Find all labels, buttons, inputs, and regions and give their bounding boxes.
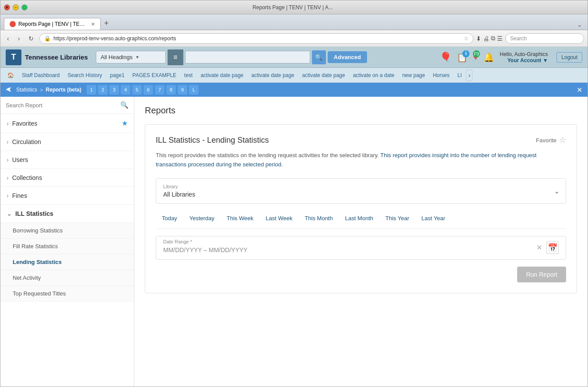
minimize-btn[interactable]: −	[13, 4, 19, 11]
screenshot-icon[interactable]: 🖨	[483, 35, 489, 42]
nav-more-button[interactable]: ›	[466, 70, 472, 81]
search-dropdown[interactable]: All Headings ▼	[96, 51, 166, 63]
tab-overflow[interactable]: ⌄	[575, 19, 584, 30]
extensions-icon[interactable]: ⧉	[491, 35, 495, 42]
sidebar-item-circulation[interactable]: › Circulation	[0, 133, 134, 151]
users-chevron-icon: ›	[7, 156, 9, 163]
account-label[interactable]: Your Account ▼	[508, 57, 548, 63]
sidebar-subitem-fill-rate[interactable]: Fill Rate Statistics	[0, 239, 134, 254]
window-title: Reports Page | TENV | TENV | A...	[252, 4, 333, 11]
date-tab-last-year[interactable]: Last Year	[415, 212, 451, 224]
nav-link-activate-on-a-date[interactable]: activate on a date	[350, 70, 398, 80]
forward-button[interactable]: ›	[15, 33, 23, 44]
date-calendar-icon[interactable]: 📅	[546, 242, 559, 254]
search-report-input[interactable]	[6, 102, 120, 109]
ill-chevron-icon: ⌄	[7, 210, 12, 217]
page-num-3[interactable]: 3	[109, 85, 119, 95]
tab-bar: Reports Page | TENV | TENV | A... ✕ + ⌄	[0, 14, 588, 30]
page-num-8[interactable]: 8	[166, 85, 176, 95]
search-input-container[interactable]	[185, 51, 310, 63]
sidebar-item-favorites[interactable]: › Favorites ★	[0, 114, 134, 133]
nav-link-page1[interactable]: page1	[106, 70, 128, 80]
favorite-button[interactable]: Favorite ☆	[536, 135, 566, 145]
nav-link-test[interactable]: test	[181, 70, 196, 80]
close-btn[interactable]: ✕	[4, 4, 10, 11]
page-num-1[interactable]: 1	[87, 85, 96, 95]
page-num-5[interactable]: 5	[132, 85, 142, 95]
ill-statistics-label: ILL Statistics	[15, 210, 53, 217]
search-input[interactable]	[190, 54, 305, 60]
bell-icon-container[interactable]: 🔔	[483, 52, 494, 63]
nav-link-new-page[interactable]: new page	[399, 70, 428, 80]
browser-search-box[interactable]: Search	[505, 33, 584, 44]
date-tab-this-week[interactable]: This Week	[220, 212, 259, 224]
checklist-icon-container[interactable]: 📋 6	[457, 52, 468, 63]
breadcrumb-statistics-link[interactable]: Statistics	[16, 87, 37, 93]
sidebar-item-collections[interactable]: › Collections	[0, 169, 134, 187]
sidebar-subitem-lending[interactable]: Lending Statistics	[0, 254, 134, 270]
date-tab-this-month[interactable]: This Month	[298, 212, 339, 224]
page-num-6[interactable]: 6	[144, 85, 153, 95]
breadcrumb-close-button[interactable]: ✕	[577, 86, 582, 94]
lock-icon: 🔒	[44, 35, 51, 42]
sidebar-item-users[interactable]: › Users	[0, 151, 134, 169]
date-tab-yesterday[interactable]: Yesterday	[183, 212, 220, 224]
back-button[interactable]: ‹	[4, 33, 12, 44]
account-chevron-icon: ▼	[542, 57, 548, 63]
active-tab[interactable]: Reports Page | TENV | TENV | A... ✕	[4, 18, 101, 30]
sidebar-item-fines[interactable]: › Fines	[0, 187, 134, 205]
circulation-label: Circulation	[12, 138, 41, 145]
ill-submenu: Borrowing Statistics Fill Rate Statistic…	[0, 223, 134, 302]
date-tab-last-month[interactable]: Last Month	[339, 212, 379, 224]
bookmark-icon[interactable]: ⬇	[476, 35, 481, 42]
favorites-label: Favorites	[12, 120, 38, 127]
hello-text: Hello, Auto-Graphics	[500, 51, 548, 57]
page-num-l[interactable]: L	[189, 85, 199, 95]
title-bar: ✕ − □ Reports Page | TENV | TENV | A...	[0, 0, 588, 14]
page-num-9[interactable]: 9	[178, 85, 187, 95]
title-bar-left: ✕ − □	[4, 4, 28, 11]
star-icon[interactable]: ☆	[464, 35, 469, 42]
advanced-button[interactable]: Advanced	[328, 51, 367, 63]
date-range-input[interactable]: MM/DD/YYYY – MM/DD/YYYY	[163, 246, 536, 253]
sidebar-subitem-borrowing[interactable]: Borrowing Statistics	[0, 223, 134, 239]
run-report-button[interactable]: Run Report	[517, 267, 566, 282]
nav-link-search-history[interactable]: Search History	[64, 70, 106, 80]
report-title-row: ILL Statistics - Lending Statistics Favo…	[156, 135, 566, 145]
tab-title: Reports Page | TENV | TENV | A...	[18, 21, 88, 27]
nav-link-activate-date-3[interactable]: activate date page	[299, 70, 349, 80]
logout-button[interactable]: Logout	[556, 52, 582, 63]
run-report-container: Run Report	[156, 260, 566, 282]
date-tab-last-week[interactable]: Last Week	[259, 212, 298, 224]
user-section: Hello, Auto-Graphics Your Account ▼	[500, 51, 548, 63]
nav-link-activate-date-1[interactable]: activate date page	[197, 70, 247, 80]
date-tab-today[interactable]: Today	[156, 212, 183, 224]
new-tab-button[interactable]: +	[101, 17, 112, 30]
library-dropdown-chevron-icon[interactable]: ⌄	[554, 186, 560, 195]
page-num-4[interactable]: 4	[121, 85, 130, 95]
nav-link-activate-date-2[interactable]: activate date page	[248, 70, 298, 80]
search-submit-button[interactable]: 🔍	[312, 50, 326, 64]
nav-link-home[interactable]: 🏠	[4, 70, 18, 80]
nav-link-li[interactable]: LI	[454, 70, 465, 80]
app-logo-text: Tennessee Libraries	[25, 53, 88, 61]
page-num-7[interactable]: 7	[155, 85, 164, 95]
page-num-2[interactable]: 2	[98, 85, 108, 95]
nav-link-staff-dashboard[interactable]: Staff Dashboard	[18, 70, 63, 80]
sidebar-item-ill-statistics[interactable]: ⌄ ILL Statistics	[0, 205, 134, 223]
stack-icon[interactable]: ≡	[168, 49, 183, 65]
sidebar-subitem-top-requested[interactable]: Top Requested Titles	[0, 286, 134, 302]
tab-close-icon[interactable]: ✕	[91, 21, 95, 27]
url-bar[interactable]: 🔒 https://preprod-tenv-verso.auto-graphi…	[39, 33, 473, 44]
library-section: Library All Libraries ⌄	[156, 178, 566, 204]
sidebar-search-icon[interactable]: 🔍	[120, 101, 129, 109]
sidebar-subitem-net-activity[interactable]: Net Activity	[0, 270, 134, 286]
nav-link-horses[interactable]: Horses	[429, 70, 453, 80]
menu-icon[interactable]: ☰	[497, 35, 503, 42]
reload-button[interactable]: ↻	[25, 33, 37, 44]
date-tab-this-year[interactable]: This Year	[379, 212, 415, 224]
nav-link-pages-example[interactable]: PAGES EXAMPLE	[129, 70, 180, 80]
heart-icon-container[interactable]: ♥ F9	[473, 52, 478, 62]
date-clear-icon[interactable]: ✕	[536, 243, 542, 252]
maximize-btn[interactable]: □	[21, 4, 28, 11]
